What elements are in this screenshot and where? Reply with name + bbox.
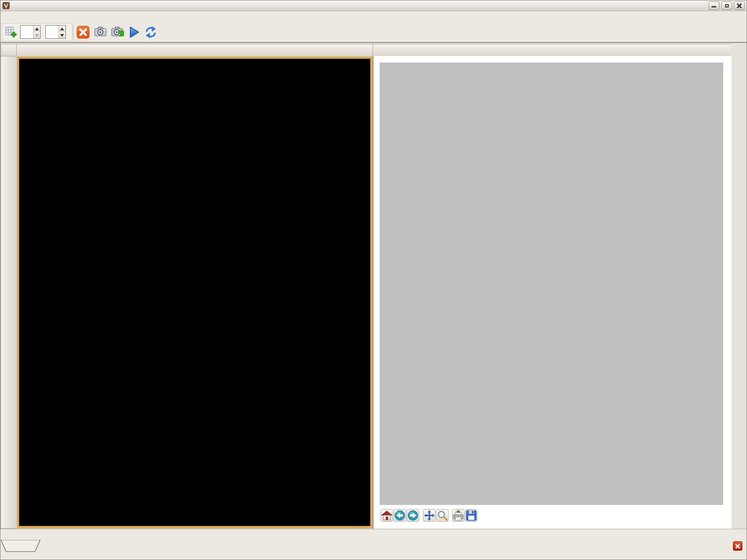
plot-pan-button[interactable] [423, 509, 436, 522]
maximize-button[interactable] [721, 1, 732, 10]
plot-forward-button[interactable] [407, 509, 419, 522]
row-count-value [21, 26, 33, 38]
camera-icon [94, 26, 107, 38]
sheet-tab-bar [0, 529, 747, 560]
pan-icon [423, 510, 435, 521]
zoom-icon [437, 510, 448, 521]
minimize-button[interactable] [709, 1, 719, 10]
curvature-colorbar-gradient [35, 506, 353, 518]
spin-up-icon[interactable] [34, 26, 40, 32]
new-sheet-icon [4, 26, 17, 39]
spin-down-icon[interactable] [34, 32, 40, 39]
plot-print-button[interactable] [452, 509, 465, 522]
plot-home-button[interactable] [381, 509, 393, 522]
main-toolbar [0, 22, 747, 43]
save-icon [465, 510, 477, 521]
spin-down-icon[interactable] [59, 32, 65, 39]
minimize-icon [712, 6, 716, 7]
sheet-corner-cell [0, 44, 17, 56]
matplotlib-figure [380, 63, 723, 505]
row-count-spinner[interactable] [20, 25, 41, 39]
column-count-value [46, 26, 58, 38]
menu-main[interactable] [3, 16, 12, 18]
menu-bar [0, 12, 747, 22]
cell-a[interactable] [16, 56, 373, 529]
menu-view[interactable] [14, 16, 22, 18]
row-header-1[interactable] [0, 56, 17, 529]
print-icon [452, 510, 464, 521]
app-window [0, 0, 747, 560]
maximize-icon [725, 4, 729, 7]
clear-cell-button[interactable] [77, 26, 90, 39]
cell-b[interactable] [373, 56, 732, 529]
clear-x-icon [77, 26, 90, 39]
plot-save-button[interactable] [465, 509, 478, 522]
column-header-b[interactable] [373, 44, 732, 56]
home-icon [381, 510, 393, 521]
column-count-spinner[interactable] [45, 25, 66, 39]
sheet-tab[interactable] [0, 540, 41, 553]
play-icon [127, 26, 141, 39]
volume-rendering-view[interactable] [19, 59, 370, 526]
window-title [0, 0, 747, 11]
back-arrow-icon [394, 510, 406, 521]
title-bar [0, 0, 747, 11]
forward-arrow-icon [407, 510, 419, 521]
camera-export-icon [111, 26, 125, 39]
new-sheet-button[interactable] [4, 26, 17, 39]
spin-up-icon[interactable] [59, 26, 65, 32]
selected-cell-frame [17, 57, 372, 528]
snapshot-button[interactable] [94, 26, 107, 39]
plot-zoom-button[interactable] [436, 509, 449, 522]
capture-to-history-button[interactable] [111, 26, 124, 39]
plot-back-button[interactable] [394, 509, 406, 522]
iso-surface-analyses-plot [380, 63, 723, 505]
execute-button[interactable] [127, 26, 141, 39]
close-sheet-button[interactable] [733, 541, 742, 551]
refresh-button[interactable] [144, 26, 157, 39]
close-button[interactable] [734, 1, 745, 10]
toolbar-separator [73, 25, 73, 39]
refresh-icon [144, 26, 157, 39]
velocity-colorbar-gradient [35, 469, 353, 481]
column-header-a[interactable] [16, 44, 373, 56]
sheet-filler [731, 44, 747, 529]
